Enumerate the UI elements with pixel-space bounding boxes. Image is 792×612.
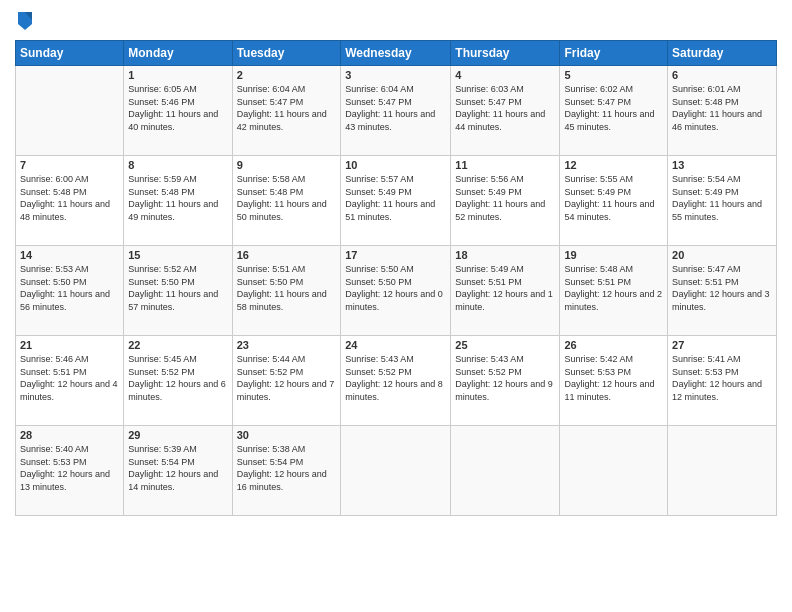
day-number: 20 (672, 249, 772, 261)
day-info: Sunrise: 5:49 AM Sunset: 5:51 PM Dayligh… (455, 263, 555, 313)
day-info: Sunrise: 5:51 AM Sunset: 5:50 PM Dayligh… (237, 263, 337, 313)
day-info: Sunrise: 5:42 AM Sunset: 5:53 PM Dayligh… (564, 353, 663, 403)
day-number: 17 (345, 249, 446, 261)
day-number: 1 (128, 69, 227, 81)
day-number: 10 (345, 159, 446, 171)
weekday-header: Tuesday (232, 41, 341, 66)
day-info: Sunrise: 5:38 AM Sunset: 5:54 PM Dayligh… (237, 443, 337, 493)
day-number: 8 (128, 159, 227, 171)
day-info: Sunrise: 5:56 AM Sunset: 5:49 PM Dayligh… (455, 173, 555, 223)
calendar-cell: 30Sunrise: 5:38 AM Sunset: 5:54 PM Dayli… (232, 426, 341, 516)
calendar-cell: 23Sunrise: 5:44 AM Sunset: 5:52 PM Dayli… (232, 336, 341, 426)
day-number: 9 (237, 159, 337, 171)
day-number: 19 (564, 249, 663, 261)
day-info: Sunrise: 5:58 AM Sunset: 5:48 PM Dayligh… (237, 173, 337, 223)
day-info: Sunrise: 5:57 AM Sunset: 5:49 PM Dayligh… (345, 173, 446, 223)
calendar-cell: 7Sunrise: 6:00 AM Sunset: 5:48 PM Daylig… (16, 156, 124, 246)
day-number: 3 (345, 69, 446, 81)
day-number: 29 (128, 429, 227, 441)
day-info: Sunrise: 5:46 AM Sunset: 5:51 PM Dayligh… (20, 353, 119, 403)
calendar-week-row: 14Sunrise: 5:53 AM Sunset: 5:50 PM Dayli… (16, 246, 777, 336)
day-info: Sunrise: 6:04 AM Sunset: 5:47 PM Dayligh… (237, 83, 337, 133)
day-number: 7 (20, 159, 119, 171)
calendar-cell: 25Sunrise: 5:43 AM Sunset: 5:52 PM Dayli… (451, 336, 560, 426)
day-number: 4 (455, 69, 555, 81)
calendar-table: SundayMondayTuesdayWednesdayThursdayFrid… (15, 40, 777, 516)
calendar-cell: 1Sunrise: 6:05 AM Sunset: 5:46 PM Daylig… (124, 66, 232, 156)
day-info: Sunrise: 6:00 AM Sunset: 5:48 PM Dayligh… (20, 173, 119, 223)
calendar-cell: 19Sunrise: 5:48 AM Sunset: 5:51 PM Dayli… (560, 246, 668, 336)
calendar-cell (451, 426, 560, 516)
calendar-cell: 3Sunrise: 6:04 AM Sunset: 5:47 PM Daylig… (341, 66, 451, 156)
day-number: 21 (20, 339, 119, 351)
day-number: 30 (237, 429, 337, 441)
calendar-header-row: SundayMondayTuesdayWednesdayThursdayFrid… (16, 41, 777, 66)
day-number: 15 (128, 249, 227, 261)
day-info: Sunrise: 6:04 AM Sunset: 5:47 PM Dayligh… (345, 83, 446, 133)
calendar-cell (16, 66, 124, 156)
day-info: Sunrise: 5:40 AM Sunset: 5:53 PM Dayligh… (20, 443, 119, 493)
calendar-cell: 9Sunrise: 5:58 AM Sunset: 5:48 PM Daylig… (232, 156, 341, 246)
calendar-cell: 15Sunrise: 5:52 AM Sunset: 5:50 PM Dayli… (124, 246, 232, 336)
calendar-cell: 6Sunrise: 6:01 AM Sunset: 5:48 PM Daylig… (668, 66, 777, 156)
day-info: Sunrise: 5:55 AM Sunset: 5:49 PM Dayligh… (564, 173, 663, 223)
calendar-cell: 16Sunrise: 5:51 AM Sunset: 5:50 PM Dayli… (232, 246, 341, 336)
calendar-cell: 22Sunrise: 5:45 AM Sunset: 5:52 PM Dayli… (124, 336, 232, 426)
day-number: 27 (672, 339, 772, 351)
day-number: 2 (237, 69, 337, 81)
page-container: SundayMondayTuesdayWednesdayThursdayFrid… (0, 0, 792, 612)
calendar-cell: 27Sunrise: 5:41 AM Sunset: 5:53 PM Dayli… (668, 336, 777, 426)
calendar-cell (341, 426, 451, 516)
day-info: Sunrise: 6:02 AM Sunset: 5:47 PM Dayligh… (564, 83, 663, 133)
calendar-cell: 18Sunrise: 5:49 AM Sunset: 5:51 PM Dayli… (451, 246, 560, 336)
day-info: Sunrise: 5:45 AM Sunset: 5:52 PM Dayligh… (128, 353, 227, 403)
day-number: 6 (672, 69, 772, 81)
day-number: 11 (455, 159, 555, 171)
calendar-week-row: 7Sunrise: 6:00 AM Sunset: 5:48 PM Daylig… (16, 156, 777, 246)
calendar-cell: 17Sunrise: 5:50 AM Sunset: 5:50 PM Dayli… (341, 246, 451, 336)
day-info: Sunrise: 6:03 AM Sunset: 5:47 PM Dayligh… (455, 83, 555, 133)
calendar-cell: 10Sunrise: 5:57 AM Sunset: 5:49 PM Dayli… (341, 156, 451, 246)
page-header (15, 10, 777, 32)
day-number: 26 (564, 339, 663, 351)
day-info: Sunrise: 5:39 AM Sunset: 5:54 PM Dayligh… (128, 443, 227, 493)
calendar-cell: 8Sunrise: 5:59 AM Sunset: 5:48 PM Daylig… (124, 156, 232, 246)
calendar-cell (668, 426, 777, 516)
weekday-header: Friday (560, 41, 668, 66)
calendar-cell: 24Sunrise: 5:43 AM Sunset: 5:52 PM Dayli… (341, 336, 451, 426)
day-info: Sunrise: 5:54 AM Sunset: 5:49 PM Dayligh… (672, 173, 772, 223)
day-number: 12 (564, 159, 663, 171)
day-info: Sunrise: 5:52 AM Sunset: 5:50 PM Dayligh… (128, 263, 227, 313)
day-number: 23 (237, 339, 337, 351)
day-info: Sunrise: 5:41 AM Sunset: 5:53 PM Dayligh… (672, 353, 772, 403)
calendar-week-row: 1Sunrise: 6:05 AM Sunset: 5:46 PM Daylig… (16, 66, 777, 156)
calendar-cell: 5Sunrise: 6:02 AM Sunset: 5:47 PM Daylig… (560, 66, 668, 156)
weekday-header: Wednesday (341, 41, 451, 66)
calendar-cell: 26Sunrise: 5:42 AM Sunset: 5:53 PM Dayli… (560, 336, 668, 426)
calendar-cell: 11Sunrise: 5:56 AM Sunset: 5:49 PM Dayli… (451, 156, 560, 246)
calendar-week-row: 28Sunrise: 5:40 AM Sunset: 5:53 PM Dayli… (16, 426, 777, 516)
calendar-cell: 29Sunrise: 5:39 AM Sunset: 5:54 PM Dayli… (124, 426, 232, 516)
day-number: 25 (455, 339, 555, 351)
day-info: Sunrise: 5:53 AM Sunset: 5:50 PM Dayligh… (20, 263, 119, 313)
day-number: 18 (455, 249, 555, 261)
day-info: Sunrise: 5:50 AM Sunset: 5:50 PM Dayligh… (345, 263, 446, 313)
calendar-cell: 4Sunrise: 6:03 AM Sunset: 5:47 PM Daylig… (451, 66, 560, 156)
logo-icon (16, 10, 34, 32)
calendar-cell: 13Sunrise: 5:54 AM Sunset: 5:49 PM Dayli… (668, 156, 777, 246)
day-info: Sunrise: 5:47 AM Sunset: 5:51 PM Dayligh… (672, 263, 772, 313)
day-info: Sunrise: 5:43 AM Sunset: 5:52 PM Dayligh… (455, 353, 555, 403)
weekday-header: Sunday (16, 41, 124, 66)
calendar-cell: 14Sunrise: 5:53 AM Sunset: 5:50 PM Dayli… (16, 246, 124, 336)
calendar-cell: 12Sunrise: 5:55 AM Sunset: 5:49 PM Dayli… (560, 156, 668, 246)
day-number: 28 (20, 429, 119, 441)
day-number: 22 (128, 339, 227, 351)
day-number: 24 (345, 339, 446, 351)
day-number: 14 (20, 249, 119, 261)
weekday-header: Monday (124, 41, 232, 66)
day-info: Sunrise: 5:59 AM Sunset: 5:48 PM Dayligh… (128, 173, 227, 223)
day-info: Sunrise: 5:44 AM Sunset: 5:52 PM Dayligh… (237, 353, 337, 403)
calendar-cell: 2Sunrise: 6:04 AM Sunset: 5:47 PM Daylig… (232, 66, 341, 156)
day-number: 13 (672, 159, 772, 171)
weekday-header: Thursday (451, 41, 560, 66)
